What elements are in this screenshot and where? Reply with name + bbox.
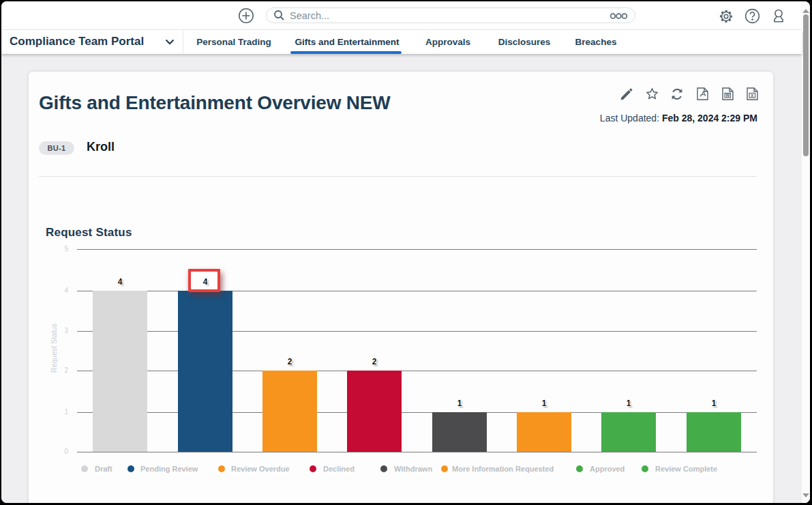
svg-text:x: x: [751, 93, 753, 98]
svg-text:W: W: [725, 93, 730, 98]
